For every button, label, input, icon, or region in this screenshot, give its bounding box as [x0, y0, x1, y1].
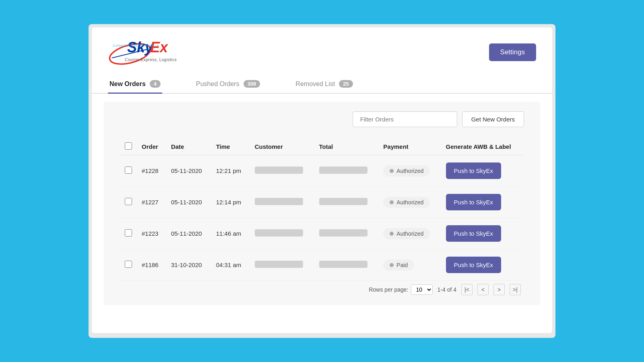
row-2-customer: [250, 218, 314, 249]
row-3-date: 31-10-2020: [166, 249, 211, 281]
table-header-row: Order Date Time Customer Total Payment G…: [120, 138, 524, 155]
row-0-payment: Authorized: [378, 155, 441, 187]
row-2-order: #1223: [137, 218, 166, 249]
table-row: #122705-11-202012:14 pm AuthorizedPush t…: [120, 187, 524, 218]
svg-text:Courier Express, Logistics: Courier Express, Logistics: [125, 58, 177, 62]
tab-pushed-orders-label: Pushed Orders: [196, 80, 239, 88]
filter-row: Get New Orders: [120, 111, 524, 127]
row-3-payment-dot: [390, 263, 394, 267]
row-1-push-cell: Push to SkyEx: [441, 187, 524, 218]
row-3-total: [314, 249, 379, 281]
row-1-time: 12:14 pm: [211, 187, 250, 218]
row-2-total: [314, 218, 379, 249]
skyex-logo: Sky Ex Courier Express, Logistics CONNEC…: [108, 37, 196, 67]
tab-pushed-orders-badge: 309: [244, 80, 260, 88]
row-checkbox-0: [120, 155, 137, 187]
row-checkbox-1: [120, 187, 137, 218]
row-2-push-cell: Push to SkyEx: [441, 218, 524, 249]
row-1-checkbox[interactable]: [125, 198, 132, 205]
row-2-date: 05-11-2020: [166, 218, 211, 249]
row-3-checkbox[interactable]: [125, 261, 132, 268]
col-time: Time: [211, 138, 250, 155]
tab-removed-list[interactable]: Removed List 25: [294, 74, 354, 94]
row-0-date: 05-11-2020: [166, 155, 211, 187]
row-1-push-button[interactable]: Push to SkyEx: [446, 194, 502, 210]
row-3-payment-label: Paid: [396, 262, 408, 268]
row-0-customer: [250, 155, 314, 187]
row-0-payment-label: Authorized: [396, 168, 423, 174]
filter-orders-input[interactable]: [353, 111, 457, 127]
col-payment: Payment: [378, 138, 441, 155]
row-1-payment-dot: [390, 200, 394, 204]
content-area: Get New Orders Order Date Time Customer …: [104, 102, 540, 305]
rows-per-page-select[interactable]: 10 25 50: [411, 284, 433, 295]
tab-new-orders[interactable]: New Orders 4: [108, 74, 162, 94]
outer-container: Sky Ex Courier Express, Logistics CONNEC…: [89, 24, 555, 338]
first-page-button[interactable]: |<: [461, 284, 473, 295]
svg-text:CONNECTING GLOBALLY: CONNECTING GLOBALLY: [113, 44, 159, 47]
row-0-push-cell: Push to SkyEx: [441, 155, 524, 187]
col-total: Total: [314, 138, 379, 155]
tab-new-orders-badge: 4: [150, 80, 161, 88]
row-2-payment: Authorized: [378, 218, 441, 249]
row-3-push-button[interactable]: Push to SkyEx: [446, 257, 502, 273]
row-3-customer: [250, 249, 314, 281]
row-1-order: #1227: [137, 187, 166, 218]
table-row: #122305-11-202011:46 am AuthorizedPush t…: [120, 218, 524, 249]
row-1-total: [314, 187, 379, 218]
col-checkbox: [120, 138, 137, 155]
last-page-button[interactable]: >|: [510, 284, 521, 295]
table-row: #118631-10-202004:31 am PaidPush to SkyE…: [120, 249, 524, 281]
settings-button[interactable]: Settings: [489, 43, 536, 61]
row-1-customer: [250, 187, 314, 218]
col-customer: Customer: [250, 138, 314, 155]
rows-per-page-selector: Rows per page: 10 25 50: [369, 284, 432, 295]
header: Sky Ex Courier Express, Logistics CONNEC…: [92, 27, 552, 74]
orders-table: Order Date Time Customer Total Payment G…: [120, 138, 524, 281]
main-card: Sky Ex Courier Express, Logistics CONNEC…: [92, 27, 552, 333]
row-0-push-button[interactable]: Push to SkyEx: [446, 162, 502, 179]
row-2-payment-label: Authorized: [396, 230, 423, 237]
select-all-checkbox[interactable]: [125, 142, 132, 150]
row-checkbox-2: [120, 218, 137, 249]
row-1-payment: Authorized: [378, 187, 441, 218]
row-1-date: 05-11-2020: [166, 187, 211, 218]
rows-per-page-label: Rows per page:: [369, 286, 408, 293]
row-3-order: #1186: [137, 249, 166, 281]
page-range: 1-4 of 4: [438, 286, 456, 293]
table-row: #122805-11-202012:21 pm AuthorizedPush t…: [120, 155, 524, 187]
row-checkbox-3: [120, 249, 137, 281]
next-page-button[interactable]: >: [493, 284, 505, 295]
tab-new-orders-label: New Orders: [109, 80, 146, 88]
row-3-time: 04:31 am: [211, 249, 250, 281]
row-2-push-button[interactable]: Push to SkyEx: [446, 225, 502, 242]
tab-removed-list-badge: 25: [339, 80, 353, 88]
col-date: Date: [166, 138, 211, 155]
pagination-row: Rows per page: 10 25 50 1-4 of 4 |< < > …: [120, 284, 524, 295]
logo-area: Sky Ex Courier Express, Logistics CONNEC…: [108, 37, 196, 67]
col-order: Order: [137, 138, 166, 155]
row-2-time: 11:46 am: [211, 218, 250, 249]
tab-removed-list-label: Removed List: [295, 80, 335, 88]
row-3-payment: Paid: [378, 249, 441, 281]
col-generate-awb: Generate AWB & Label: [441, 138, 524, 155]
prev-page-button[interactable]: <: [477, 284, 489, 295]
row-3-push-cell: Push to SkyEx: [441, 249, 524, 281]
tabs-row: New Orders 4 Pushed Orders 309 Removed L…: [92, 74, 552, 94]
row-1-payment-label: Authorized: [396, 199, 423, 206]
row-0-order: #1228: [137, 155, 166, 187]
row-0-time: 12:21 pm: [211, 155, 250, 187]
row-2-checkbox[interactable]: [125, 229, 132, 237]
row-2-payment-dot: [390, 232, 394, 236]
row-0-checkbox[interactable]: [125, 167, 132, 174]
tab-pushed-orders[interactable]: Pushed Orders 309: [194, 74, 262, 94]
row-0-payment-dot: [390, 169, 394, 173]
row-0-total: [314, 155, 379, 187]
logo-inner: Sky Ex Courier Express, Logistics CONNEC…: [108, 37, 196, 67]
get-new-orders-button[interactable]: Get New Orders: [462, 111, 524, 127]
